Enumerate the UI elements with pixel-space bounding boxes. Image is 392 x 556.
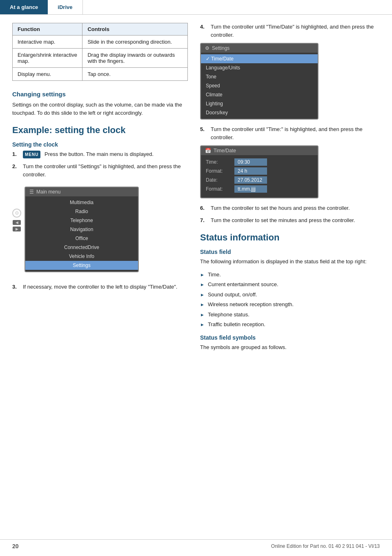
timedate-screen: 📅 Time/Date Time: 09:30 Format: 24 h Dat…	[200, 145, 318, 198]
table-cell-function: Enlarge/shrink interactive map.	[13, 49, 82, 68]
table-cell-controls: Tap once.	[82, 68, 188, 81]
table-row: Interactive map. Slide in the correspond…	[13, 36, 188, 49]
menu-item-connecteddrive: ConnectedDrive	[25, 243, 138, 252]
settings-item-climate: Climate	[201, 90, 318, 99]
menu-button-icon: MENU	[23, 151, 40, 158]
main-menu-title-text: Main menu	[36, 189, 60, 195]
changing-settings-heading: Changing settings	[12, 91, 188, 98]
example-heading: Example: setting the clock	[12, 125, 188, 136]
list-item-sound: ► Sound output, on/off.	[200, 291, 380, 299]
list-item-step5: 5. Turn the controller until "Time:" is …	[200, 125, 380, 141]
page-content: Function Controls Interactive map. Slide…	[0, 15, 392, 364]
list-item-wireless: ► Wireless network reception strength.	[200, 300, 380, 309]
timedate-row-time: Time: 09:30	[206, 158, 313, 166]
menu-item-navigation: Navigation	[25, 225, 138, 234]
menu-item-telephone: Telephone	[25, 216, 138, 225]
status-item-traffic: Traffic bulletin reception.	[208, 320, 265, 329]
status-field-symbols-body: The symbols are grouped as follows.	[200, 343, 380, 351]
tab-at-glance[interactable]: At a glance	[0, 0, 48, 14]
step-number-6: 6.	[200, 204, 207, 212]
list-item-traffic: ► Traffic bulletin reception.	[200, 320, 380, 329]
date-label: Date:	[206, 177, 234, 183]
step-number-4: 4.	[200, 23, 207, 31]
list-item-time: ► Time.	[200, 271, 380, 279]
settings-item-doorskey: Doors/key	[201, 108, 318, 117]
bullet-arrow-icon: ►	[200, 321, 205, 328]
timedate-grid: Time: 09:30 Format: 24 h Date: 27.05.201…	[201, 155, 318, 198]
table-cell-function: Display menu.	[13, 68, 82, 81]
step-number-3: 3.	[12, 283, 20, 291]
date-format-value: tt.mm.jjjj	[234, 185, 267, 193]
table-cell-controls: Slide in the corresponding direction.	[82, 36, 188, 49]
top-navigation: At a glance iDrive	[0, 0, 392, 15]
timedate-row-date: Date: 27.05.2012	[206, 176, 313, 184]
main-menu-items: Multimedia Radio Telephone Navigation Of…	[25, 196, 138, 271]
left-column: Function Controls Interactive map. Slide…	[12, 23, 188, 356]
list-item-entertainment: ► Current entertainment source.	[200, 280, 380, 289]
table-cell-controls: Drag the display inwards or outwards wit…	[82, 49, 188, 68]
tab-idrive[interactable]: iDrive	[48, 0, 82, 14]
date-format-label: Format:	[206, 186, 234, 192]
settings-item-lighting: Lighting	[201, 99, 318, 108]
changing-settings-body: Settings on the control display, such as…	[12, 101, 188, 117]
page-footer: 20 Online Edition for Part no. 01 40 2 9…	[0, 539, 392, 549]
list-item-step2: 2. Turn the controller until "Settings" …	[12, 162, 188, 178]
settings-item-timedate: ✓ Time/Date	[201, 54, 318, 63]
list-item-step4: 4. Turn the controller until "Time/Date"…	[200, 23, 380, 39]
table-row: Enlarge/shrink interactive map. Drag the…	[13, 49, 188, 68]
settings-item-languageunits: Language/Units	[201, 63, 318, 72]
main-menu-screen: ☰ Main menu Multimedia Radio Telephone N…	[24, 187, 139, 272]
status-information-heading: Status information	[200, 232, 380, 243]
step-number-7: 7.	[200, 216, 207, 225]
table-row: Display menu. Tap once.	[13, 68, 188, 81]
list-item-telephone: ► Telephone status.	[200, 311, 380, 319]
list-item-step7: 7. Turn the controller to set the minute…	[200, 216, 380, 225]
step-number-2: 2.	[12, 162, 20, 171]
main-menu-title-bar: ☰ Main menu	[25, 187, 138, 196]
settings-item-speed: Speed	[201, 81, 318, 90]
timedate-row-format2: Format: tt.mm.jjjj	[206, 185, 313, 193]
status-field-heading: Status field	[200, 249, 380, 255]
status-item-time: Time.	[208, 271, 221, 279]
date-value: 27.05.2012	[234, 176, 267, 184]
timedate-title-bar: 📅 Time/Date	[201, 146, 318, 155]
calendar-icon: 📅	[205, 148, 211, 153]
settings-screen: ⚙ Settings ✓ Time/Date Language/Units To…	[200, 43, 318, 120]
edition-text: Online Edition for Part no. 01 40 2 911 …	[271, 543, 380, 549]
nav-left-button: ◀	[13, 220, 21, 225]
status-item-wireless: Wireless network reception strength.	[208, 300, 294, 309]
steps-list-left: 1. MENU Press the button. The main menu …	[12, 150, 188, 178]
step-number-1: 1.	[12, 150, 20, 158]
status-item-telephone: Telephone status.	[208, 311, 249, 319]
main-menu-title-icon: ☰	[29, 189, 34, 195]
table-cell-function: Interactive map.	[13, 36, 82, 49]
step2-text: Turn the controller until "Settings" is …	[23, 162, 188, 178]
bullet-arrow-icon: ►	[200, 311, 205, 318]
steps-list-right: 4. Turn the controller until "Time/Date"…	[200, 23, 380, 39]
function-controls-table: Function Controls Interactive map. Slide…	[12, 23, 188, 81]
menu-item-radio: Radio	[25, 207, 138, 216]
menu-item-vehicleinfo: Vehicle Info	[25, 252, 138, 261]
step3-text: If necessary, move the controller to the…	[23, 283, 177, 291]
steps-list-right-2: 5. Turn the controller until "Time:" is …	[200, 125, 380, 141]
step5-text: Turn the controller until "Time:" is hig…	[211, 125, 380, 141]
settings-title-text: Settings	[212, 45, 229, 51]
step6-text: Turn the controller to set the hours and…	[211, 204, 350, 212]
steps-list-left-2: 3. If necessary, move the controller to …	[12, 283, 188, 291]
table-header-controls: Controls	[82, 23, 188, 36]
timedate-row-format1: Format: 24 h	[206, 167, 313, 175]
menu-item-office: Office	[25, 234, 138, 243]
status-item-entertainment: Current entertainment source.	[208, 280, 278, 289]
bullet-arrow-icon: ►	[200, 301, 205, 308]
step7-text: Turn the controller to set the minutes a…	[211, 216, 355, 225]
status-field-symbols-heading: Status field symbols	[200, 334, 380, 341]
settings-menu-items: ✓ Time/Date Language/Units Tone Speed Cl…	[201, 53, 318, 119]
list-item-step6: 6. Turn the controller to set the hours …	[200, 204, 380, 212]
status-field-items: ► Time. ► Current entertainment source. …	[200, 271, 380, 329]
settings-title-bar: ⚙ Settings	[201, 44, 318, 53]
time-format-value: 24 h	[234, 167, 267, 175]
menu-item-settings: Settings	[25, 261, 138, 270]
step4-text: Turn the controller until "Time/Date" is…	[211, 23, 380, 39]
bullet-arrow-icon: ►	[200, 291, 205, 298]
steps-list-right-3: 6. Turn the controller to set the hours …	[200, 204, 380, 224]
